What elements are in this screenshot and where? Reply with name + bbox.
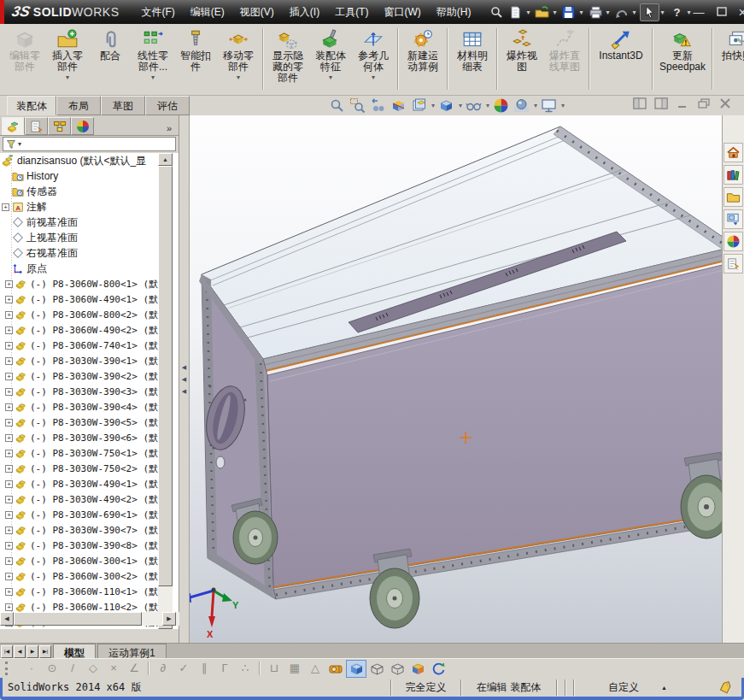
display-style-caret[interactable]: ▾ bbox=[459, 102, 462, 109]
minimize-icon[interactable] bbox=[676, 97, 689, 112]
expand-toggle[interactable]: + bbox=[5, 342, 13, 350]
expand-toggle[interactable]: + bbox=[5, 419, 13, 426]
polygon-icon[interactable]: ◇ bbox=[83, 660, 103, 677]
ribbon-new-motion-study[interactable]: 新建运 动算例 bbox=[401, 26, 444, 93]
ribbon-bill-of-materials[interactable]: 材料明 细表 bbox=[451, 26, 494, 93]
rebuild-icon[interactable] bbox=[428, 660, 448, 678]
expand-toggle[interactable]: + bbox=[5, 326, 13, 334]
print-icon[interactable] bbox=[587, 4, 605, 21]
collapse-arrow-icon[interactable]: ◀ bbox=[182, 376, 186, 383]
tree-part-row[interactable]: + (-) P8-3030W-690<1> (默 bbox=[0, 507, 179, 522]
view-settings-icon[interactable] bbox=[540, 97, 558, 115]
ribbon-instant3d[interactable]: Instant3D bbox=[593, 26, 649, 93]
featuremanager-tree-icon[interactable] bbox=[2, 117, 25, 135]
display-style-icon[interactable] bbox=[437, 97, 455, 115]
circle-icon[interactable]: ⊙ bbox=[42, 660, 62, 677]
offset-icon[interactable]: ∥ bbox=[194, 660, 214, 677]
expand-toggle[interactable]: + bbox=[5, 496, 13, 503]
help-icon[interactable]: ? bbox=[668, 4, 686, 21]
hide-show-caret[interactable]: ▾ bbox=[486, 102, 489, 109]
help-caret[interactable]: ▾ bbox=[688, 9, 691, 16]
tree-part-row[interactable]: + (-) P8-3030W-490<2> (默 bbox=[0, 491, 179, 507]
expand-toggle[interactable]: + bbox=[5, 311, 13, 319]
design-library-icon[interactable] bbox=[723, 165, 743, 185]
tree-part-row[interactable]: + (-) P8-3030W-390<3> (默 bbox=[0, 384, 179, 399]
scroll-left-arrow[interactable]: ◀ bbox=[0, 612, 14, 626]
undo-caret[interactable]: ▾ bbox=[633, 9, 636, 16]
dropdown-caret[interactable]: ▾ bbox=[237, 74, 240, 81]
model-caster-right[interactable] bbox=[681, 452, 722, 538]
solidworks-resources-icon[interactable] bbox=[723, 143, 743, 162]
tree-part-row[interactable]: + (-) P8-3060W-800<2> (默 bbox=[0, 307, 179, 322]
view-settings-caret[interactable]: ▾ bbox=[561, 102, 565, 109]
menu-item[interactable]: 视图(V) bbox=[233, 3, 281, 22]
expand-toggle[interactable]: + bbox=[5, 465, 13, 473]
model-canvas[interactable]: Z X Y bbox=[190, 115, 722, 643]
tab-model[interactable]: 模型 bbox=[53, 644, 96, 658]
tree-part-row[interactable]: + (-) P8-3060W-800<1> (默 bbox=[0, 276, 179, 291]
tree-item-right-plane[interactable]: 右视基准面 bbox=[0, 245, 179, 261]
scroll-right-arrow[interactable]: ▶ bbox=[162, 612, 176, 626]
ribbon-smart-fastener[interactable]: 智能扣 件 bbox=[174, 26, 217, 93]
open-file-caret[interactable]: ▾ bbox=[553, 9, 556, 16]
next-tab-button[interactable]: ▶ bbox=[26, 645, 38, 658]
split-right-icon[interactable] bbox=[654, 97, 668, 112]
tree-root-assembly[interactable]: dianzisansuo (默认<默认_显 bbox=[0, 153, 179, 168]
apply-scene-caret[interactable]: ▾ bbox=[534, 102, 537, 109]
new-file-icon[interactable] bbox=[507, 4, 524, 21]
zoom-fit-icon[interactable] bbox=[328, 97, 346, 115]
ribbon-reference-geometry[interactable]: 参考几 何体 ▾ bbox=[352, 26, 395, 93]
menu-item[interactable]: 插入(I) bbox=[283, 3, 326, 22]
point-icon[interactable]: · bbox=[21, 660, 42, 677]
tree-part-row[interactable]: + (-) P8-3060W-110<1> (默 bbox=[0, 584, 179, 599]
expand-toggle[interactable]: + bbox=[5, 573, 13, 580]
tab-sketch[interactable]: 草图 bbox=[101, 96, 145, 115]
view-palette-icon[interactable] bbox=[723, 209, 743, 229]
displaymanager-icon[interactable] bbox=[71, 117, 94, 135]
first-tab-button[interactable]: |◀ bbox=[1, 645, 13, 658]
panel-tab-overflow[interactable]: » bbox=[167, 123, 177, 135]
custom-caret-icon[interactable]: ▲ bbox=[661, 685, 667, 691]
tree-part-row[interactable]: + (-) P8-3060W-300<1> (默 bbox=[0, 553, 179, 568]
angle-icon[interactable]: ∠ bbox=[124, 660, 144, 677]
ribbon-mate[interactable]: 配合 bbox=[89, 26, 132, 93]
ribbon-linear-pattern[interactable]: 线性零 部件... ▾ bbox=[132, 26, 174, 93]
expand-toggle[interactable]: + bbox=[5, 511, 13, 519]
collapse-arrow-icon[interactable]: ◀ bbox=[182, 388, 186, 395]
tree-horizontal-scrollbar[interactable]: ◀ ▶ bbox=[0, 612, 179, 626]
tree-item-front-plane[interactable]: 前视基准面 bbox=[0, 215, 179, 230]
tree-item-history[interactable]: History bbox=[0, 168, 179, 184]
expand-toggle[interactable]: + bbox=[5, 403, 13, 411]
tree-part-row[interactable]: + (-) P8-3030W-390<8> (默 bbox=[0, 538, 179, 553]
tree-item-origin[interactable]: 原点 bbox=[0, 261, 179, 276]
dropdown-caret[interactable]: ▾ bbox=[151, 74, 155, 81]
new-file-caret[interactable]: ▾ bbox=[526, 9, 530, 16]
toolbar-drag-handle[interactable] bbox=[5, 662, 8, 675]
ribbon-assembly-feature[interactable]: 装配体 特征 ▾ bbox=[309, 26, 352, 93]
arc-icon[interactable]: ∂ bbox=[153, 660, 173, 677]
wireframe-icon[interactable] bbox=[366, 660, 387, 678]
menu-item[interactable]: 帮助(H) bbox=[430, 3, 478, 22]
print-caret[interactable]: ▾ bbox=[606, 9, 610, 16]
scroll-thumb[interactable] bbox=[14, 612, 142, 626]
scroll-up-arrow[interactable]: ▲ bbox=[158, 153, 173, 166]
apply-scene-icon[interactable] bbox=[513, 97, 530, 115]
configurationmanager-icon[interactable] bbox=[48, 117, 71, 135]
custom-properties-icon[interactable] bbox=[723, 254, 743, 274]
expand-toggle[interactable]: + bbox=[5, 526, 13, 534]
tag-icon[interactable] bbox=[701, 679, 741, 696]
ribbon-update-speedpak[interactable]: 更新 Speedpak bbox=[656, 26, 709, 93]
tree-item-top-plane[interactable]: 上视基准面 bbox=[0, 230, 179, 245]
close-button[interactable]: × bbox=[739, 7, 744, 18]
tree-part-row[interactable]: + (-) P8-3060W-490<2> (默 bbox=[0, 322, 179, 338]
minimize-button[interactable]: — bbox=[694, 7, 705, 18]
hide-show-items-icon[interactable] bbox=[465, 97, 483, 115]
edit-appearance-icon[interactable] bbox=[492, 97, 510, 115]
hidden-lines-icon[interactable] bbox=[387, 660, 407, 678]
zoom-area-icon[interactable] bbox=[349, 97, 366, 115]
ribbon-insert-component[interactable]: 插入零 部件 ▾ bbox=[46, 26, 89, 93]
expand-toggle[interactable]: + bbox=[5, 603, 13, 611]
save-icon[interactable] bbox=[559, 4, 577, 21]
tree-part-row[interactable]: + (-) P8-3030W-390<6> (默 bbox=[0, 430, 179, 445]
ribbon-take-snapshot[interactable]: 拍快照 bbox=[716, 26, 744, 93]
